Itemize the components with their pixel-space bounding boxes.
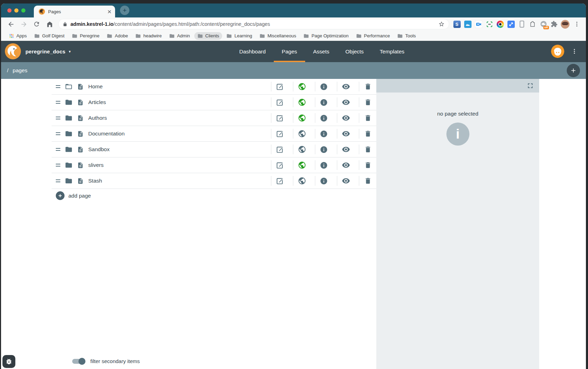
preview-button[interactable] xyxy=(337,176,354,186)
tab-close-icon[interactable]: ✕ xyxy=(107,9,112,14)
edit-button[interactable] xyxy=(271,145,288,154)
bookmark-folder[interactable]: Miscellaneous xyxy=(256,32,299,40)
info-button[interactable] xyxy=(315,160,332,170)
page-row[interactable]: Sandbox xyxy=(52,142,376,157)
preview-button[interactable] xyxy=(337,113,354,123)
info-button[interactable] xyxy=(315,129,332,139)
extension-meet-icon[interactable]: B xyxy=(474,20,483,29)
edit-button[interactable] xyxy=(271,113,288,123)
bookmark-folder[interactable]: Page Optimization xyxy=(300,32,352,40)
bookmark-apps[interactable]: Apps xyxy=(6,32,30,39)
publish-button[interactable] xyxy=(293,82,310,91)
extension-slides-icon[interactable] xyxy=(463,20,472,29)
nav-item-dashboard[interactable]: Dashboard xyxy=(231,41,274,62)
preview-button[interactable] xyxy=(337,129,354,139)
bookmark-folder[interactable]: Clients xyxy=(194,32,223,40)
forward-button[interactable] xyxy=(18,19,29,30)
bookmark-folder[interactable]: Golf Digest xyxy=(31,32,68,40)
drag-handle-icon[interactable] xyxy=(56,132,60,135)
bookmark-folder[interactable]: Peregrine xyxy=(69,32,103,40)
preview-button[interactable] xyxy=(337,97,354,107)
edit-button[interactable] xyxy=(271,82,288,91)
page-row[interactable]: Documentation xyxy=(52,126,376,142)
publish-button[interactable] xyxy=(293,145,310,154)
app-menu-icon[interactable] xyxy=(570,47,579,56)
preview-button[interactable] xyxy=(337,160,354,170)
extension-screenshot-icon[interactable] xyxy=(485,20,494,29)
nav-item-pages[interactable]: Pages xyxy=(274,41,305,62)
info-button[interactable] xyxy=(315,176,332,186)
peregrine-logo[interactable] xyxy=(5,43,21,59)
new-tab-button[interactable]: + xyxy=(120,6,129,15)
bookmark-folder[interactable]: headwire xyxy=(132,32,165,40)
nav-item-assets[interactable]: Assets xyxy=(305,41,338,62)
nav-item-objects[interactable]: Objects xyxy=(337,41,372,62)
edit-button[interactable] xyxy=(271,176,288,186)
home-button[interactable] xyxy=(44,19,55,30)
delete-button[interactable] xyxy=(359,113,376,123)
drag-handle-icon[interactable] xyxy=(56,164,60,167)
publish-button[interactable] xyxy=(293,129,310,139)
bookmark-folder[interactable]: Learning xyxy=(223,32,255,40)
extension-bag-icon[interactable] xyxy=(528,20,537,29)
drag-handle-icon[interactable] xyxy=(56,179,60,182)
page-row[interactable]: Home xyxy=(52,79,376,95)
publish-button[interactable] xyxy=(293,176,310,186)
delete-button[interactable] xyxy=(359,97,376,107)
user-avatar[interactable] xyxy=(551,45,564,58)
extension-bird-off-icon[interactable]: off xyxy=(539,20,548,29)
breadcrumb-current[interactable]: pages xyxy=(13,67,27,74)
info-button[interactable] xyxy=(315,97,332,107)
bookmark-folder[interactable]: Performance xyxy=(353,32,393,40)
minimize-window-button[interactable] xyxy=(14,8,18,13)
edit-button[interactable] xyxy=(271,160,288,170)
extension-resize-icon[interactable] xyxy=(506,20,515,29)
browser-tab[interactable]: Pages ✕ xyxy=(34,6,115,17)
site-switcher[interactable]: peregrine_docs ▼ xyxy=(25,41,71,62)
delete-button[interactable] xyxy=(359,176,376,186)
delete-button[interactable] xyxy=(359,129,376,139)
publish-button[interactable] xyxy=(293,160,310,170)
page-row[interactable]: Articles xyxy=(52,95,376,110)
preview-button[interactable] xyxy=(337,145,354,154)
info-button[interactable] xyxy=(315,113,332,123)
bookmark-folder[interactable]: Adobe xyxy=(104,32,131,40)
publish-button[interactable] xyxy=(293,97,310,107)
drag-handle-icon[interactable] xyxy=(56,148,60,151)
delete-button[interactable] xyxy=(359,145,376,154)
drag-handle-icon[interactable] xyxy=(56,101,60,104)
bookmark-star-icon[interactable] xyxy=(438,21,445,27)
bookmark-folder[interactable]: Tools xyxy=(394,32,419,40)
browser-profile-avatar[interactable] xyxy=(560,20,570,29)
delete-button[interactable] xyxy=(359,82,376,91)
extension-lens-icon[interactable] xyxy=(496,20,505,29)
breadcrumb-root[interactable]: / xyxy=(7,67,8,74)
drag-handle-icon[interactable] xyxy=(56,85,60,88)
debug-bug-button[interactable] xyxy=(2,355,15,368)
info-button[interactable] xyxy=(315,145,332,154)
edit-button[interactable] xyxy=(271,97,288,107)
bookmark-folder[interactable]: Admin xyxy=(166,32,193,40)
back-button[interactable] xyxy=(5,19,16,30)
reload-button[interactable] xyxy=(31,19,42,30)
delete-button[interactable] xyxy=(359,160,376,170)
close-window-button[interactable] xyxy=(7,8,12,13)
browser-menu-icon[interactable] xyxy=(571,19,582,30)
nav-item-templates[interactable]: Templates xyxy=(372,41,413,62)
preview-button[interactable] xyxy=(337,82,354,91)
page-row[interactable]: slivers xyxy=(52,157,376,173)
publish-button[interactable] xyxy=(293,113,310,123)
create-page-fab[interactable] xyxy=(567,64,580,77)
page-row[interactable]: Authors xyxy=(52,110,376,126)
extensions-puzzle-icon[interactable] xyxy=(550,20,559,29)
page-row[interactable]: Stash xyxy=(52,173,376,189)
info-button[interactable] xyxy=(315,82,332,91)
drag-handle-icon[interactable] xyxy=(56,117,60,119)
address-bar[interactable]: admin.kestrel-1.io/content/admin/pages/p… xyxy=(58,19,449,29)
extension-mobile-icon[interactable] xyxy=(517,20,526,29)
fullscreen-icon[interactable] xyxy=(526,82,534,90)
edit-button[interactable] xyxy=(271,129,288,139)
filter-secondary-toggle[interactable] xyxy=(72,359,85,364)
zoom-window-button[interactable] xyxy=(21,8,25,13)
add-page-button[interactable]: add page xyxy=(56,191,91,200)
